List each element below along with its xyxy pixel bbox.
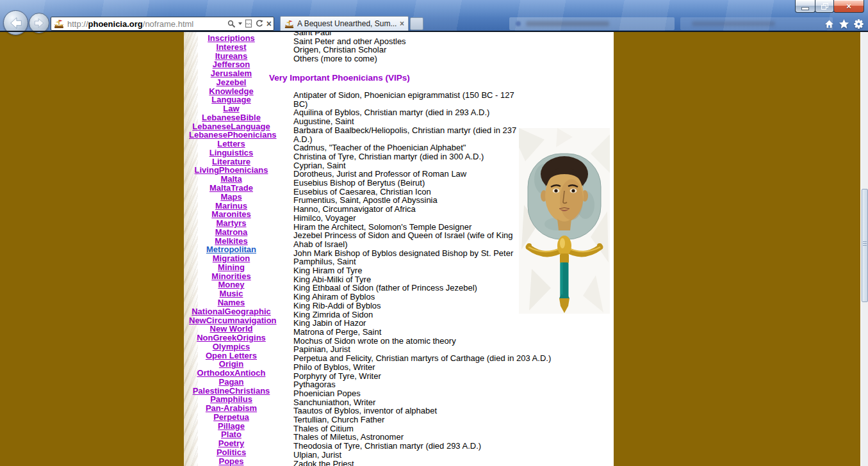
- sidebar-link[interactable]: Plato: [189, 430, 274, 439]
- vip-list-item: Taautos of Byblos, inventor of alphabet: [269, 406, 611, 415]
- sidebar-link[interactable]: Pamphilus: [189, 395, 274, 404]
- vertical-scrollbar[interactable]: [860, 32, 868, 466]
- vip-list-item: Thales of Miletus, Astronomer: [269, 433, 611, 442]
- sidebar-link[interactable]: Maronites: [189, 210, 274, 219]
- vip-list-item: Tertullian, Church Father: [269, 415, 611, 424]
- ghost-favicon-blur: [516, 21, 521, 26]
- minimize-button[interactable]: [795, 0, 815, 13]
- new-tab-button[interactable]: [410, 17, 423, 30]
- command-bar: [824, 19, 864, 29]
- sidebar-link[interactable]: Matrona: [189, 228, 274, 237]
- sidebar-link[interactable]: Migration: [189, 254, 274, 263]
- sidebar-link[interactable]: MaltaTrade: [189, 184, 274, 193]
- url-host: phoenicia.org: [88, 19, 143, 29]
- sidebar-link[interactable]: Inscriptions: [189, 34, 274, 43]
- favorites-star-icon[interactable]: [839, 19, 849, 29]
- sidebar-link[interactable]: OrthodoxAntioch: [189, 369, 274, 378]
- compatibility-view-icon[interactable]: [245, 19, 252, 28]
- sidebar-link[interactable]: NewCircumnavigation: [189, 316, 274, 325]
- url-text[interactable]: http://phoenicia.org/noframe.html: [67, 19, 225, 29]
- vip-list-item: Zadok the Priest: [269, 460, 611, 466]
- restore-button[interactable]: [815, 0, 834, 13]
- sidebar-link[interactable]: Minorities: [189, 272, 274, 281]
- fayum-portrait-mirror-image: [519, 128, 610, 314]
- tools-gear-icon[interactable]: [853, 19, 864, 29]
- sidebar-link[interactable]: Poetry: [189, 439, 274, 448]
- sidebar-link[interactable]: Open Letters: [189, 351, 274, 360]
- sidebar-link[interactable]: NonGreekOrigins: [189, 333, 274, 342]
- sidebar-link[interactable]: Jerusalem: [189, 69, 274, 78]
- sidebar-link[interactable]: Pillage: [189, 422, 274, 431]
- sidebar-link[interactable]: Knowledge: [189, 87, 274, 96]
- sidebar-link[interactable]: Language: [189, 95, 274, 104]
- sidebar-link[interactable]: Law: [189, 104, 274, 113]
- home-icon[interactable]: [824, 19, 835, 29]
- sidebar-link[interactable]: Music: [189, 289, 274, 298]
- stop-icon[interactable]: ×: [266, 19, 272, 28]
- url-path: /noframe.html: [143, 19, 193, 29]
- search-dropdown-icon[interactable]: [238, 22, 242, 25]
- sidebar-link[interactable]: LebaneseLanguage: [189, 122, 274, 131]
- search-icon[interactable]: [227, 20, 236, 28]
- vip-list-item: Aquilina of Byblos, Christian martyr (di…: [269, 108, 611, 117]
- intro-list-item: Saint Peter and other Apostles: [269, 37, 611, 46]
- vip-list-item: Sanchuniathon, Writer: [269, 398, 611, 407]
- sidebar-link[interactable]: Origin: [189, 360, 274, 369]
- sidebar-link[interactable]: Martyrs: [189, 219, 274, 228]
- intro-list-item: Others (more to come): [269, 54, 611, 63]
- sidebar-link[interactable]: Money: [189, 280, 274, 289]
- sidebar-link[interactable]: Pan-Arabism: [189, 404, 274, 413]
- sidebar-link[interactable]: Olympics: [189, 342, 274, 351]
- vip-list-item: Augustine, Saint: [269, 117, 611, 126]
- sidebar-link[interactable]: Jezebel: [189, 78, 274, 87]
- sidebar-link[interactable]: Marinus: [189, 202, 274, 211]
- forward-arrow-icon: [33, 17, 45, 29]
- sidebar-link[interactable]: LebanesePhoenicians: [189, 131, 274, 140]
- vip-list-item: Perpetua and Felicity, Christian martyrs…: [269, 354, 611, 363]
- sidebar-link[interactable]: LebaneseBible: [189, 113, 274, 122]
- sidebar-link[interactable]: Melkites: [189, 237, 274, 246]
- sidebar-link[interactable]: Interest: [189, 43, 274, 52]
- close-icon: ×: [846, 1, 851, 11]
- sidebar-link[interactable]: Itureans: [189, 52, 274, 61]
- sidebar-link[interactable]: Metropolitan: [189, 245, 274, 254]
- vip-list-item: Pythagoras: [269, 380, 611, 389]
- refresh-icon[interactable]: [255, 19, 264, 28]
- sidebar-link[interactable]: Mining: [189, 263, 274, 272]
- sidebar-link[interactable]: Politics: [189, 448, 274, 457]
- sidebar-link[interactable]: Pagan: [189, 378, 274, 387]
- page-content-sheet: InscriptionsInterestItureansJeffersonJer…: [184, 32, 614, 466]
- sidebar-link[interactable]: Letters: [189, 140, 274, 149]
- sidebar-link[interactable]: PalestineChristians: [189, 387, 274, 396]
- close-window-button[interactable]: ×: [833, 0, 864, 13]
- sidebar-link[interactable]: Perpetua: [189, 413, 274, 422]
- sidebar-link[interactable]: New World: [189, 325, 274, 333]
- sidebar-link[interactable]: Names: [189, 298, 274, 307]
- sidebar-link[interactable]: Maps: [189, 193, 274, 202]
- sidebar-link[interactable]: LivingPhoenicians: [189, 166, 274, 175]
- tab-close-icon[interactable]: ×: [400, 19, 404, 28]
- sidebar-link[interactable]: Malta: [189, 175, 274, 184]
- ghost-title-blur: [692, 21, 775, 26]
- tab-favicon: [284, 19, 294, 29]
- scrollbar-thumb[interactable]: [862, 189, 868, 302]
- vip-list-item: Phoenician Popes: [269, 389, 611, 398]
- browser-window: × http://phoenicia.org/noframe.html: [0, 0, 868, 466]
- chrome-page-divider: [0, 31, 868, 32]
- tab-bequest-unearthed[interactable]: A Bequest Unearthed, Sum... ×: [280, 16, 409, 31]
- sidebar-link[interactable]: Literature: [189, 157, 274, 166]
- vip-list-item: Philo of Byblos, Writer: [269, 363, 611, 372]
- sidebar-link[interactable]: Jefferson: [189, 60, 274, 69]
- intro-list: Saint PaulSaint Peter and other Apostles…: [269, 32, 611, 63]
- sidebar-navigation: InscriptionsInterestItureansJeffersonJer…: [189, 34, 274, 466]
- tab-title: A Bequest Unearthed, Sum...: [297, 19, 397, 28]
- sidebar-link[interactable]: Linguistics: [189, 149, 274, 157]
- page-viewport: InscriptionsInterestItureansJeffersonJer…: [0, 32, 868, 466]
- vip-list-item: Antipater of Sidon, Phoenician epigramma…: [269, 91, 611, 108]
- vip-list-item: King Jabin of Hazor: [269, 319, 611, 328]
- address-bar[interactable]: http://phoenicia.org/noframe.html ×: [51, 17, 274, 31]
- sidebar-link[interactable]: NationalGeographic: [189, 307, 274, 316]
- sidebar-link[interactable]: Popes: [189, 457, 274, 466]
- background-window-glass-reflection: [509, 17, 675, 30]
- vip-list-item: Theodosia of Tyre, Christian martyr (die…: [269, 442, 611, 451]
